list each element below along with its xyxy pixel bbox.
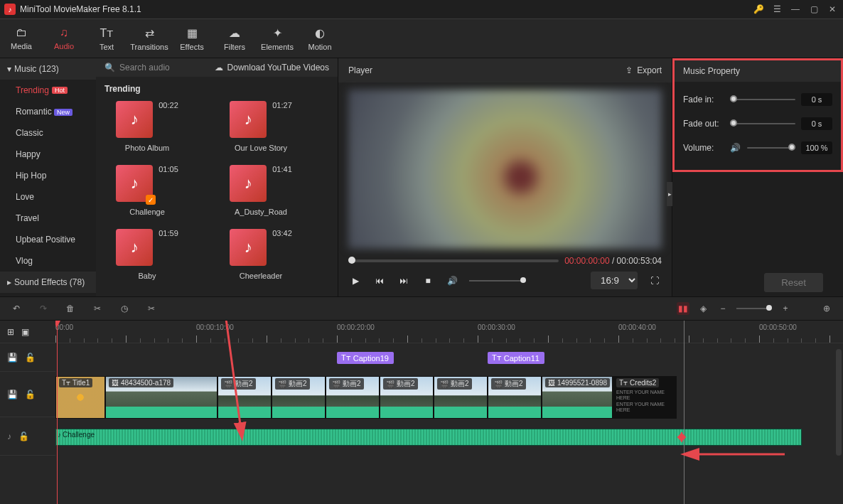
category-hiphop[interactable]: Hip Hop — [0, 165, 96, 186]
save-icon[interactable]: 💾 — [7, 353, 18, 363]
category-romantic[interactable]: Romantic New — [0, 101, 96, 122]
caption-clip[interactable]: TᴛCaption11 — [488, 352, 544, 364]
category-classic[interactable]: Classic — [0, 122, 96, 144]
collapse-panel-button[interactable]: ▸ — [667, 182, 672, 206]
category-sound-effects[interactable]: ▸Sound Effects (78) — [0, 272, 96, 293]
redo-button[interactable]: ↷ — [37, 304, 50, 313]
tab-motion[interactable]: ◐Motion — [299, 19, 341, 58]
save-icon[interactable]: 💾 — [7, 390, 18, 400]
stop-button[interactable]: ■ — [421, 274, 435, 288]
card-duration: 01:59 — [159, 229, 178, 237]
category-happy[interactable]: Happy — [0, 144, 96, 165]
video-clip[interactable]: 🖼14995521-0898 — [542, 376, 613, 419]
fadeout-value[interactable]: 0 s — [801, 117, 832, 130]
undo-button[interactable]: ↶ — [10, 304, 23, 313]
audio-card[interactable]: ♪01:41A_Dusty_Road — [218, 165, 304, 216]
reset-button[interactable]: Reset — [764, 273, 823, 292]
export-button[interactable]: ⇪Export — [625, 65, 662, 75]
category-upbeat[interactable]: Upbeat Positive — [0, 229, 96, 250]
speed-button[interactable]: ◷ — [118, 304, 131, 313]
fadeout-slider[interactable] — [730, 123, 795, 124]
card-name: Our Love Story — [235, 144, 287, 152]
download-youtube[interactable]: ☁Download YouTube Videos — [215, 63, 329, 73]
zoom-fit-button[interactable]: ⊕ — [820, 304, 833, 313]
audio-clip[interactable]: ♪Challenge — [55, 429, 802, 446]
video-clip[interactable]: 🎬動画2 — [272, 376, 326, 419]
scrub-track[interactable] — [348, 259, 559, 262]
add-media-icon[interactable]: ▣ — [21, 327, 29, 337]
tab-text[interactable]: TᴛText — [85, 19, 128, 58]
lock-icon[interactable]: 🔓 — [18, 431, 29, 441]
video-clip[interactable]: 🎬動画2 — [488, 376, 542, 419]
card-name: Cheerleader — [240, 272, 283, 280]
key-icon[interactable]: 🔑 — [752, 3, 765, 16]
category-trending[interactable]: TrendingHot — [0, 80, 96, 101]
timeline-ruler[interactable]: 00:0000:00:10:0000:00:20:0000:00:30:0000… — [55, 321, 843, 343]
video-clip[interactable]: 🖼48434500-a178 — [105, 376, 218, 419]
minimize-button[interactable]: — — [789, 3, 802, 16]
tab-audio[interactable]: ♫Audio — [43, 19, 85, 58]
speaker-icon: 🔊 — [730, 143, 741, 153]
zoom-out-button[interactable]: − — [716, 304, 729, 313]
text-icon: Tᴛ — [341, 353, 350, 363]
close-button[interactable]: ✕ — [826, 3, 839, 16]
volume-prop-slider[interactable] — [747, 147, 795, 149]
ruler-tick: 00:00:50:00 — [759, 323, 797, 331]
card-name: Photo Album — [125, 144, 169, 152]
ruler-tick: 00:00:20:00 — [337, 323, 375, 331]
timeline-view-b[interactable]: ◈ — [697, 304, 709, 313]
video-clip[interactable]: TᴛTitle1 — [55, 376, 105, 419]
video-clip[interactable]: 🎬動画2 — [380, 376, 434, 419]
menu-icon[interactable]: ☰ — [770, 3, 783, 16]
audio-card[interactable]: ♪00:22Photo Album — [104, 101, 190, 152]
prev-frame-button[interactable]: ⏮ — [372, 274, 387, 288]
caption-clip[interactable]: TᴛCaption19 — [337, 352, 394, 364]
fadein-slider[interactable] — [730, 99, 795, 100]
zoom-slider[interactable] — [736, 308, 772, 309]
fullscreen-button[interactable]: ⛶ — [648, 274, 662, 288]
lock-icon[interactable]: 🔓 — [25, 353, 36, 363]
timeline-view-a[interactable]: ▮▮ — [677, 302, 689, 315]
crop-button[interactable]: ✂ — [145, 304, 158, 313]
category-travel[interactable]: Travel — [0, 208, 96, 229]
volume-value[interactable]: 100 % — [801, 141, 832, 154]
zoom-in-button[interactable]: + — [779, 304, 792, 313]
play-button[interactable]: ▶ — [348, 274, 363, 288]
volume-icon[interactable]: 🔊 — [445, 274, 459, 288]
tab-effects[interactable]: ▦Effects — [171, 19, 213, 58]
aspect-ratio-select[interactable]: 16:9 — [591, 272, 638, 289]
timeline-scrollbar[interactable] — [836, 349, 842, 456]
resize-handle[interactable] — [677, 430, 687, 444]
next-frame-button[interactable]: ⏭ — [397, 274, 411, 288]
category-vlog[interactable]: Vlog — [0, 250, 96, 272]
audio-card[interactable]: ♪01:27Our Love Story — [218, 101, 304, 152]
fadein-value[interactable]: 0 s — [801, 93, 832, 106]
category-music[interactable]: ▾Music (123) — [0, 58, 96, 80]
tab-filters[interactable]: ☁Filters — [213, 19, 256, 58]
tab-elements[interactable]: ✦Elements — [256, 19, 299, 58]
add-track-icon[interactable]: ⊞ — [7, 327, 14, 337]
split-button[interactable]: ✂ — [91, 304, 104, 313]
search-audio[interactable]: 🔍Search audio — [104, 63, 170, 73]
category-love[interactable]: Love — [0, 186, 96, 208]
audio-card[interactable]: ♪03:42Cheerleader — [218, 229, 304, 280]
volume-slider[interactable] — [469, 280, 526, 282]
delete-button[interactable]: 🗑 — [64, 304, 77, 313]
video-clip[interactable]: 🎬動画2 — [326, 376, 380, 419]
video-clip[interactable]: TᴛCredits2ENTER YOUR NAME HEREENTER YOUR… — [613, 376, 677, 419]
filters-icon: ☁ — [229, 26, 240, 40]
video-clip[interactable]: 🎬動画2 — [434, 376, 488, 419]
playhead[interactable] — [57, 321, 58, 504]
category-music-label: Music (123) — [14, 64, 59, 74]
audio-card[interactable]: ♪01:59Baby — [104, 229, 190, 280]
video-clip[interactable]: 🎬動画2 — [218, 376, 272, 419]
cloud-download-icon: ☁ — [215, 63, 223, 73]
lock-icon[interactable]: 🔓 — [25, 390, 36, 400]
tab-transitions[interactable]: ⇄Transitions — [128, 19, 171, 58]
download-label: Download YouTube Videos — [227, 63, 329, 73]
card-name: A_Dusty_Road — [235, 208, 287, 216]
tab-media[interactable]: 🗀Media — [0, 19, 43, 58]
maximize-button[interactable]: ▢ — [807, 3, 820, 16]
audio-card[interactable]: ♪01:05✓Challenge — [104, 165, 190, 216]
clip-type-icon: 🖼 — [112, 379, 119, 387]
